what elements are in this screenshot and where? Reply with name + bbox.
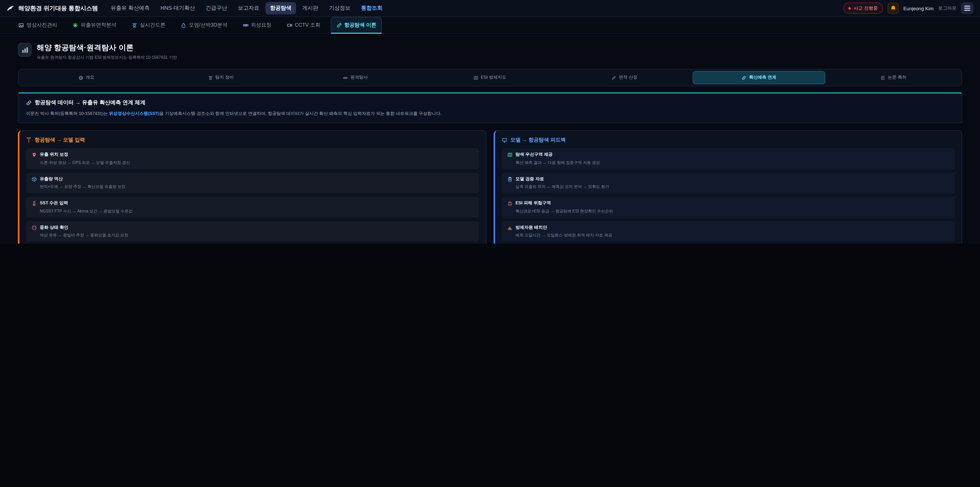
app-root: 해양환경 위기대응 통합시스템 유출유 확산예측 HNS·대기확산 긴급구난 보… <box>0 0 980 244</box>
subnav-item-satellite-request[interactable]: 위성요청 <box>238 17 277 33</box>
page-chart-icon <box>18 43 32 57</box>
incident-status-badge: 사고 진행중 <box>843 3 883 14</box>
subnav-item-cctv[interactable]: CCTV 조회 <box>282 17 325 33</box>
monitor-icon <box>502 137 508 143</box>
link-icon <box>742 75 746 80</box>
linkage-cards: 항공탐색 → 모델 입력 유출 위치 보정 드론·위성 영상 → GPS 좌표 … <box>18 130 962 243</box>
map-icon <box>507 152 513 157</box>
feedback-row-esi-risk-zone: ESI 피해 위험구역 확산경로×ESI 등급 → 항공탐색 ESI 현장확인 … <box>502 196 955 217</box>
feedback-row-resource-deployment: 방제자원 배치안 예측 도달시간 → 오일펜스·방제정 최적 배치 자료 제공 <box>502 221 955 241</box>
sub-navigation: 영상사진관리 유출유면적분석 실시간드론 오염/선박3D분석 위성요청 CCTV <box>0 17 980 34</box>
siren-icon <box>507 201 513 206</box>
feedback-row-priority-zone: 탐색 우선구역 제공 확산 예측 결과 → 다음 항해 집중구역 자동 생성 <box>502 148 955 169</box>
top-navigation: 해양환경 위기대응 통합시스템 유출유 확산예측 HNS·대기확산 긴급구난 보… <box>0 0 980 17</box>
subnav-item-ship-3d-analysis[interactable]: 오염/선박3D분석 <box>176 17 232 33</box>
tab-overview[interactable]: 개요 <box>20 71 153 84</box>
notifications-button[interactable] <box>888 3 899 14</box>
tab-detection-equipment[interactable]: 탐지 장비 <box>154 71 287 84</box>
analysis-icon <box>73 22 78 28</box>
tab-area-calculation[interactable]: 면적 산정 <box>558 71 691 84</box>
sst-system-link[interactable]: 위성영상수신시스템(SST) <box>109 111 159 116</box>
pin-icon <box>31 152 37 157</box>
theory-tabbar: 개요 탐지 장비 원격탐사 ESI 방제지도 면적 산정 확산예측 연계 <box>18 69 962 86</box>
subnav-item-aerial-theory[interactable]: 항공탐색 이론 <box>331 17 382 34</box>
nav-item-aerial-search[interactable]: 항공탐색 <box>266 2 296 14</box>
nav-item-rescue[interactable]: 긴급구난 <box>201 2 232 14</box>
nav-item-integrated-search[interactable]: 통합조회 <box>356 2 387 14</box>
card-model-input: 항공탐색 → 모델 입력 유출 위치 보정 드론·위성 영상 → GPS 좌표 … <box>18 130 487 243</box>
tab-papers-patents[interactable]: 논문·특허 <box>827 71 960 84</box>
subnav-item-photo-management[interactable]: 영상사진관리 <box>13 17 62 33</box>
linkage-heading: 항공탐색 데이터 → 유출유 확산예측 연계 체계 <box>26 99 954 106</box>
user-name: Eunjeong Kim <box>904 5 934 11</box>
card-model-feedback: 모델 → 항공탐색 피드백 탐색 우선구역 제공 확산 예측 결과 → 다음 항… <box>493 130 962 243</box>
cube-icon <box>31 176 37 182</box>
satellite-icon <box>243 22 248 28</box>
droplet-ship-icon <box>181 22 186 28</box>
satellite-icon <box>343 75 348 80</box>
card-model-feedback-title: 모델 → 항공탐색 피드백 <box>502 136 955 144</box>
antenna-icon <box>26 137 32 143</box>
linkage-panel: 항공탐색 데이터 → 유출유 확산예측 연계 체계 이문진 박사 특허(등록특허… <box>18 93 962 123</box>
topbar-right: 사고 진행중 Eunjeong Kim 로그아웃 <box>843 3 974 14</box>
input-row-volume-estimation: 유출량 역산 면적×두께 → 유량 추정 → 확산모델 유출량 보정 <box>26 172 479 193</box>
wing-logo-icon <box>6 5 15 11</box>
palette-icon <box>31 225 37 230</box>
globe-icon <box>79 75 83 80</box>
status-dot-icon <box>849 7 851 10</box>
tab-prediction-linkage[interactable]: 확산예측 연계 <box>693 71 826 84</box>
brand-title: 해양환경 위기대응 통합시스템 <box>18 4 98 12</box>
subnav-item-realtime-drone[interactable]: 실시간드론 <box>127 17 170 33</box>
nav-item-board[interactable]: 게시판 <box>298 2 323 14</box>
ruler-icon <box>336 22 342 28</box>
docs-icon <box>881 75 885 80</box>
clipboard-icon <box>507 176 513 182</box>
cctv-icon <box>286 22 292 28</box>
logout-button[interactable]: 로그아웃 <box>938 5 956 11</box>
feedback-row-model-validation: 모델 검증 자료 실측 유출유 위치 ↔ 예측값 오차 분석 → 정확도 평가 <box>502 172 955 193</box>
map-icon <box>474 75 478 80</box>
tab-remote-sensing[interactable]: 원격탐사 <box>289 71 422 84</box>
subnav-item-area-analysis[interactable]: 유출유면적분석 <box>67 17 121 33</box>
drone-icon <box>132 22 137 28</box>
thermometer-icon <box>31 201 37 206</box>
incident-status-label: 사고 진행중 <box>854 5 878 11</box>
page-title: 해양 항공탐색·원격탐사 이론 <box>37 43 177 53</box>
page-header: 해양 항공탐색·원격탐사 이론 유출유 원격탐지·항공감시 기법·ESI 방제정… <box>18 43 962 60</box>
main-menu: 유출유 확산예측 HNS·대기확산 긴급구난 보고자료 항공탐색 게시판 기상정… <box>106 2 835 14</box>
pencil-icon <box>612 75 616 80</box>
link-icon <box>26 100 32 105</box>
image-icon <box>18 22 24 28</box>
nav-item-weather-info[interactable]: 기상정보 <box>325 2 355 14</box>
chart-icon <box>507 225 513 230</box>
input-row-position-correction: 유출 위치 보정 드론·위성 영상 → GPS 좌표 → 모델 유출지점 갱신 <box>26 148 479 169</box>
main-content: 해양 항공탐색·원격탐사 이론 유출유 원격탐지·항공감시 기법·ESI 방제정… <box>0 43 980 244</box>
input-row-weathering-check: 풍화 상태 확인 색상 분류 → 증발비 추정 → 풍화모델 초기값 보정 <box>26 221 479 241</box>
tab-esi-map[interactable]: ESI 방제지도 <box>423 71 556 84</box>
card-model-input-title: 항공탐색 → 모델 입력 <box>26 136 479 144</box>
nav-item-oil-diffusion[interactable]: 유출유 확산예측 <box>106 2 154 14</box>
drone-icon <box>208 75 213 80</box>
nav-item-reports[interactable]: 보고자료 <box>233 2 264 14</box>
page-subtitle: 유출유 원격탐지·항공감시 기법·ESI 방제정보지도·등록특허 10-1567… <box>37 55 177 60</box>
hamburger-menu-button[interactable] <box>961 3 974 14</box>
linkage-description: 이문진 박사 특허(등록특허 10-1567431)는 위성영상수신시스템(SS… <box>26 110 954 117</box>
brand-logo[interactable]: 해양환경 위기대응 통합시스템 <box>6 4 98 12</box>
bell-icon <box>890 5 896 11</box>
input-row-sst-input: SST 수온 입력 NGSST FTP 수신 → Akima 보간 → 증발모델… <box>26 196 479 217</box>
nav-item-hns[interactable]: HNS·대기확산 <box>156 2 200 14</box>
